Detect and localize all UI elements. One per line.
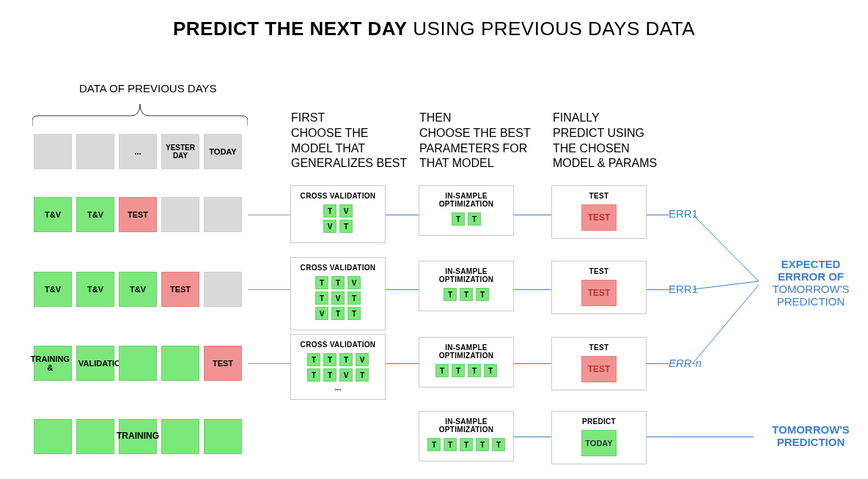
cell-validation: VALIDATION [76,346,114,381]
data-row-2: T&V T&V T&V TEST [34,272,246,307]
card-title: TEST [556,192,641,200]
header-cell-dots: ... [119,134,157,169]
cell-training: TRAINING & [34,346,72,381]
test-box: TEST [581,280,617,306]
cell-tv: T&V [119,272,157,307]
cell-test: TEST [161,272,199,307]
header-cell-today: TODAY [204,134,242,169]
cell-training [204,419,242,454]
card-title: CROSS VALIDATION [295,341,380,349]
data-row-4: TRAINING [34,419,246,454]
bracket-icon [32,98,248,127]
tomorrow-prediction-label: TOMORROW'S PREDICTION [760,423,862,448]
test-box: TEST [581,204,617,231]
insample-card-2: IN-SAMPLE OPTIMIZATION TTT [419,261,514,311]
cell-training [76,419,114,454]
data-row-1: T&V T&V TEST [34,197,246,232]
cell-empty [204,197,242,232]
cross-ellipsis: ... [295,384,380,392]
cross-card-1: CROSS VALIDATION TV VT [290,185,386,243]
cell-tv: T&V [34,272,72,307]
header-row: ... YESTER DAY TODAY [34,134,246,169]
err-label-1: ERR1 [669,207,698,220]
cell-test: TEST [119,197,157,232]
title-bold: PREDICT THE NEXT DAY [173,18,408,40]
title-light: USING PREVIOUS DAYS DATA [413,18,695,40]
err-label-2: ERR1 [669,283,698,295]
card-title: IN-SAMPLE OPTIMIZATION [424,267,509,283]
svg-line-1 [693,281,759,289]
data-row-3: TRAINING & VALIDATION TEST [34,346,246,381]
card-title: TEST [556,267,641,275]
cell-empty [161,197,199,232]
test-box: TEST [581,356,617,382]
err-label-3: ERR-n [669,357,702,369]
svg-line-2 [693,285,759,363]
header-cell [34,134,72,169]
page-title: PREDICT THE NEXT DAY USING PREVIOUS DAYS… [0,0,868,40]
card-title: IN-SAMPLE OPTIMIZATION [424,344,509,360]
expected-error-label: EXPECTED ERRROR OFTOMORROW'S PREDICTION [760,258,862,308]
header-cell-yesterday: YESTER DAY [161,134,199,169]
today-box: TODAY [581,430,617,456]
cell-empty [161,346,199,381]
col-header-finally: FINALLY PREDICT USING THE CHOSEN MODEL &… [553,111,657,171]
cell-test: TEST [204,346,242,381]
card-title: CROSS VALIDATION [295,264,380,272]
cell-empty [119,346,157,381]
card-title: IN-SAMPLE OPTIMIZATION [424,417,509,434]
cell-tv: T&V [76,197,114,232]
test-card-1: TEST TEST [551,185,647,239]
insample-card-1: IN-SAMPLE OPTIMIZATION TT [419,185,514,236]
card-title: TEST [556,344,641,352]
cell-training [161,419,199,454]
cell-training [34,419,72,454]
cross-card-3: CROSS VALIDATION TTTV TTVT ... [290,334,386,400]
header-cell [76,134,114,169]
insample-card-4: IN-SAMPLE OPTIMIZATION TTTTT [419,411,514,461]
card-title: CROSS VALIDATION [295,192,380,200]
card-title: PREDICT [556,417,641,426]
svg-line-0 [693,215,759,281]
fan-lines [693,208,766,369]
cell-tv: T&V [34,197,72,232]
col-header-then: THEN CHOOSE THE BEST PARAMETERS FOR THAT… [419,111,531,171]
cell-tv: T&V [76,272,114,307]
test-card-3: TEST TEST [551,337,647,390]
cell-training-label: TRAINING [119,419,157,454]
predict-card: PREDICT TODAY [551,411,647,464]
cell-empty [204,272,242,307]
card-title: IN-SAMPLE OPTIMIZATION [424,192,509,208]
section-label: DATA OF PREVIOUS DAYS [79,82,217,94]
test-card-2: TEST TEST [551,261,647,314]
insample-card-3: IN-SAMPLE OPTIMIZATION TTTT [419,337,514,387]
cross-card-2: CROSS VALIDATION TTV TVT VTT [290,257,386,330]
col-header-first: FIRST CHOOSE THE MODEL THAT GENERALIZES … [291,111,407,171]
